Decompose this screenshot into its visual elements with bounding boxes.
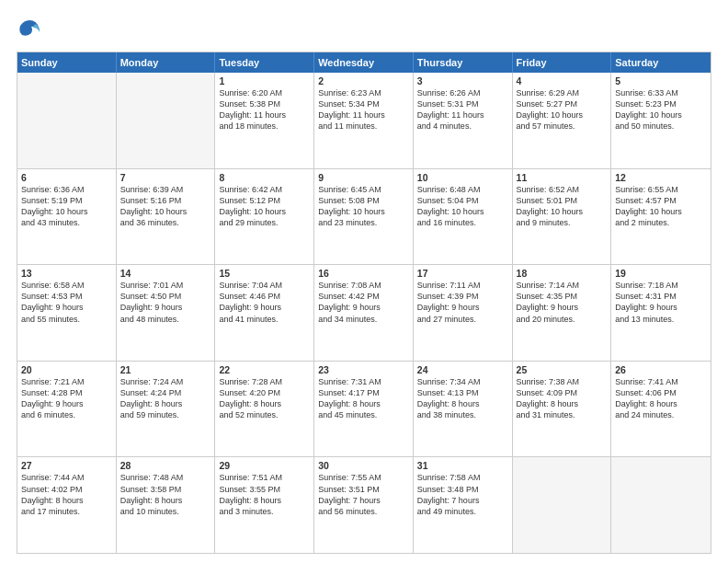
calendar-header: SundayMondayTuesdayWednesdayThursdayFrid… — [17, 52, 711, 73]
day-info: Sunrise: 6:58 AM Sunset: 4:53 PM Dayligh… — [21, 280, 112, 325]
day-number: 28 — [120, 460, 211, 471]
day-number: 3 — [417, 75, 508, 86]
day-cell-7: 7Sunrise: 6:39 AM Sunset: 5:16 PM Daylig… — [117, 169, 216, 265]
day-number: 14 — [120, 268, 211, 279]
day-info: Sunrise: 7:21 AM Sunset: 4:28 PM Dayligh… — [21, 376, 112, 421]
day-info: Sunrise: 7:51 AM Sunset: 3:55 PM Dayligh… — [219, 472, 310, 517]
day-cell-17: 17Sunrise: 7:11 AM Sunset: 4:39 PM Dayli… — [414, 265, 513, 361]
day-info: Sunrise: 6:23 AM Sunset: 5:34 PM Dayligh… — [318, 87, 409, 132]
day-number: 13 — [21, 268, 112, 279]
day-cell-24: 24Sunrise: 7:34 AM Sunset: 4:13 PM Dayli… — [414, 362, 513, 457]
day-info: Sunrise: 6:42 AM Sunset: 5:12 PM Dayligh… — [219, 184, 310, 229]
day-info: Sunrise: 6:26 AM Sunset: 5:31 PM Dayligh… — [417, 87, 508, 132]
day-number: 8 — [219, 172, 310, 183]
day-number: 2 — [318, 75, 409, 86]
day-number: 18 — [517, 268, 608, 279]
weekday-header-saturday: Saturday — [611, 52, 711, 73]
day-number: 24 — [417, 364, 508, 375]
day-info: Sunrise: 7:24 AM Sunset: 4:24 PM Dayligh… — [120, 376, 211, 421]
day-info: Sunrise: 7:18 AM Sunset: 4:31 PM Dayligh… — [615, 280, 707, 325]
day-number: 20 — [21, 364, 112, 375]
day-info: Sunrise: 6:29 AM Sunset: 5:27 PM Dayligh… — [517, 87, 608, 132]
day-cell-30: 30Sunrise: 7:55 AM Sunset: 3:51 PM Dayli… — [314, 457, 414, 553]
day-info: Sunrise: 6:20 AM Sunset: 5:38 PM Dayligh… — [219, 87, 310, 132]
day-cell-4: 4Sunrise: 6:29 AM Sunset: 5:27 PM Daylig… — [513, 73, 612, 168]
day-info: Sunrise: 6:52 AM Sunset: 5:01 PM Dayligh… — [517, 184, 608, 229]
day-info: Sunrise: 6:39 AM Sunset: 5:16 PM Dayligh… — [120, 184, 211, 229]
day-number: 26 — [615, 364, 707, 375]
day-number: 22 — [219, 364, 310, 375]
day-number: 16 — [318, 268, 409, 279]
day-cell-18: 18Sunrise: 7:14 AM Sunset: 4:35 PM Dayli… — [513, 265, 612, 361]
day-number: 25 — [517, 364, 608, 375]
day-cell-16: 16Sunrise: 7:08 AM Sunset: 4:42 PM Dayli… — [314, 265, 414, 361]
day-number: 10 — [417, 172, 508, 183]
calendar: SundayMondayTuesdayWednesdayThursdayFrid… — [17, 52, 711, 554]
empty-cell — [513, 457, 612, 553]
day-cell-11: 11Sunrise: 6:52 AM Sunset: 5:01 PM Dayli… — [513, 169, 612, 265]
day-number: 5 — [615, 75, 707, 86]
day-cell-22: 22Sunrise: 7:28 AM Sunset: 4:20 PM Dayli… — [215, 362, 314, 457]
day-cell-25: 25Sunrise: 7:38 AM Sunset: 4:09 PM Dayli… — [513, 362, 612, 457]
day-cell-5: 5Sunrise: 6:33 AM Sunset: 5:23 PM Daylig… — [611, 73, 711, 168]
day-cell-10: 10Sunrise: 6:48 AM Sunset: 5:04 PM Dayli… — [414, 169, 513, 265]
day-cell-19: 19Sunrise: 7:18 AM Sunset: 4:31 PM Dayli… — [611, 265, 711, 361]
day-number: 21 — [120, 364, 211, 375]
day-cell-13: 13Sunrise: 6:58 AM Sunset: 4:53 PM Dayli… — [17, 265, 117, 361]
day-cell-29: 29Sunrise: 7:51 AM Sunset: 3:55 PM Dayli… — [215, 457, 314, 553]
day-number: 12 — [615, 172, 707, 183]
day-number: 7 — [120, 172, 211, 183]
day-info: Sunrise: 6:36 AM Sunset: 5:19 PM Dayligh… — [21, 184, 112, 229]
empty-cell — [611, 457, 711, 553]
day-info: Sunrise: 7:58 AM Sunset: 3:48 PM Dayligh… — [417, 472, 508, 517]
day-info: Sunrise: 6:45 AM Sunset: 5:08 PM Dayligh… — [318, 184, 409, 229]
calendar-row-2: 6Sunrise: 6:36 AM Sunset: 5:19 PM Daylig… — [17, 168, 711, 265]
day-number: 31 — [417, 460, 508, 471]
day-cell-31: 31Sunrise: 7:58 AM Sunset: 3:48 PM Dayli… — [414, 457, 513, 553]
day-number: 27 — [21, 460, 112, 471]
day-info: Sunrise: 7:44 AM Sunset: 4:02 PM Dayligh… — [21, 472, 112, 517]
day-info: Sunrise: 7:48 AM Sunset: 3:58 PM Dayligh… — [120, 472, 211, 517]
day-info: Sunrise: 7:01 AM Sunset: 4:50 PM Dayligh… — [120, 280, 211, 325]
day-cell-26: 26Sunrise: 7:41 AM Sunset: 4:06 PM Dayli… — [611, 362, 711, 457]
day-info: Sunrise: 6:48 AM Sunset: 5:04 PM Dayligh… — [417, 184, 508, 229]
day-cell-6: 6Sunrise: 6:36 AM Sunset: 5:19 PM Daylig… — [17, 169, 117, 265]
empty-cell — [17, 73, 117, 168]
day-info: Sunrise: 7:08 AM Sunset: 4:42 PM Dayligh… — [318, 280, 409, 325]
day-number: 23 — [318, 364, 409, 375]
day-info: Sunrise: 7:14 AM Sunset: 4:35 PM Dayligh… — [517, 280, 608, 325]
day-cell-27: 27Sunrise: 7:44 AM Sunset: 4:02 PM Dayli… — [17, 457, 117, 553]
day-number: 4 — [517, 75, 608, 86]
day-number: 15 — [219, 268, 310, 279]
day-number: 29 — [219, 460, 310, 471]
weekday-header-monday: Monday — [117, 52, 216, 73]
day-info: Sunrise: 7:28 AM Sunset: 4:20 PM Dayligh… — [219, 376, 310, 421]
weekday-header-tuesday: Tuesday — [215, 52, 314, 73]
empty-cell — [117, 73, 216, 168]
day-number: 11 — [517, 172, 608, 183]
day-number: 17 — [417, 268, 508, 279]
day-cell-28: 28Sunrise: 7:48 AM Sunset: 3:58 PM Dayli… — [117, 457, 216, 553]
day-number: 30 — [318, 460, 409, 471]
day-number: 1 — [219, 75, 310, 86]
weekday-header-sunday: Sunday — [17, 52, 117, 73]
logo — [17, 17, 45, 42]
day-cell-15: 15Sunrise: 7:04 AM Sunset: 4:46 PM Dayli… — [215, 265, 314, 361]
calendar-row-5: 27Sunrise: 7:44 AM Sunset: 4:02 PM Dayli… — [17, 456, 711, 553]
day-info: Sunrise: 7:34 AM Sunset: 4:13 PM Dayligh… — [417, 376, 508, 421]
day-cell-20: 20Sunrise: 7:21 AM Sunset: 4:28 PM Dayli… — [17, 362, 117, 457]
day-info: Sunrise: 6:55 AM Sunset: 4:57 PM Dayligh… — [615, 184, 707, 229]
day-cell-9: 9Sunrise: 6:45 AM Sunset: 5:08 PM Daylig… — [314, 169, 414, 265]
day-cell-12: 12Sunrise: 6:55 AM Sunset: 4:57 PM Dayli… — [611, 169, 711, 265]
day-cell-21: 21Sunrise: 7:24 AM Sunset: 4:24 PM Dayli… — [117, 362, 216, 457]
day-cell-3: 3Sunrise: 6:26 AM Sunset: 5:31 PM Daylig… — [414, 73, 513, 168]
calendar-row-3: 13Sunrise: 6:58 AM Sunset: 4:53 PM Dayli… — [17, 264, 711, 361]
day-info: Sunrise: 7:55 AM Sunset: 3:51 PM Dayligh… — [318, 472, 409, 517]
day-cell-23: 23Sunrise: 7:31 AM Sunset: 4:17 PM Dayli… — [314, 362, 414, 457]
day-cell-14: 14Sunrise: 7:01 AM Sunset: 4:50 PM Dayli… — [117, 265, 216, 361]
weekday-header-friday: Friday — [513, 52, 612, 73]
day-number: 9 — [318, 172, 409, 183]
calendar-row-4: 20Sunrise: 7:21 AM Sunset: 4:28 PM Dayli… — [17, 361, 711, 457]
day-info: Sunrise: 6:33 AM Sunset: 5:23 PM Dayligh… — [615, 87, 707, 132]
day-info: Sunrise: 7:41 AM Sunset: 4:06 PM Dayligh… — [615, 376, 707, 421]
